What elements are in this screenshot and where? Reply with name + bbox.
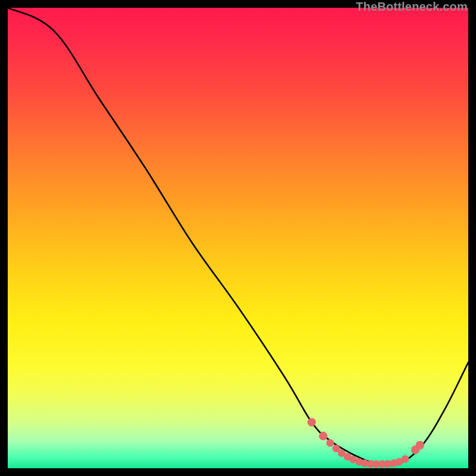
bottleneck-curve bbox=[8, 8, 468, 465]
marker-dot bbox=[344, 453, 352, 461]
marker-dot bbox=[396, 458, 403, 466]
chart-stage: TheBottleneck.com bbox=[0, 0, 476, 476]
marker-dot bbox=[411, 446, 419, 454]
plot-area bbox=[8, 8, 468, 468]
marker-dot bbox=[402, 455, 409, 463]
marker-dot bbox=[355, 458, 363, 466]
marker-dots bbox=[308, 418, 424, 468]
marker-dot bbox=[319, 432, 327, 440]
marker-dot bbox=[372, 461, 380, 468]
marker-dot bbox=[378, 461, 386, 468]
chart-svg bbox=[8, 8, 468, 468]
marker-dot bbox=[367, 460, 375, 468]
marker-dot bbox=[333, 444, 340, 452]
marker-dot bbox=[390, 459, 397, 467]
marker-dot bbox=[326, 439, 334, 447]
marker-dot bbox=[361, 459, 369, 467]
marker-dot bbox=[338, 449, 346, 457]
marker-dot bbox=[308, 418, 316, 426]
marker-dot bbox=[416, 441, 424, 449]
marker-dot bbox=[384, 460, 392, 468]
marker-dot bbox=[349, 456, 357, 464]
